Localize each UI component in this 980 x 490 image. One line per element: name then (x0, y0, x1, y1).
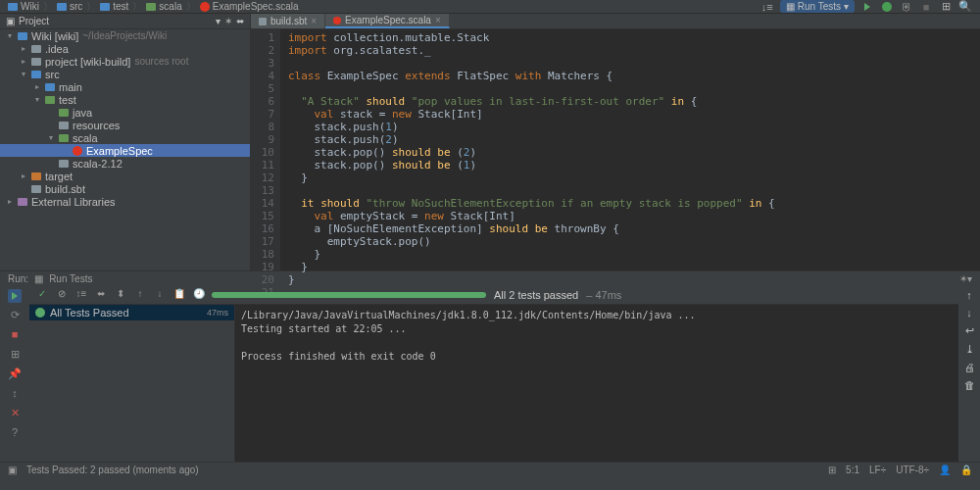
goto-icon[interactable]: ⊞ (828, 465, 836, 475)
toggle-auto-button[interactable]: ⟳ (8, 309, 22, 322)
status-message: Tests Passed: 2 passed (moments ago) (26, 465, 199, 475)
line-separator[interactable]: LF÷ (869, 465, 886, 475)
coverage-button[interactable]: ⛨ (900, 0, 913, 14)
close-icon[interactable]: × (311, 16, 317, 26)
tree-item[interactable]: ▾scala (0, 131, 250, 144)
sort-icon[interactable]: ↕≡ (74, 288, 88, 302)
run-side-toolbar: ⟳ ■ ⊞ 📌 ↕ ✕ ? (0, 285, 29, 462)
run-button[interactable] (860, 0, 874, 14)
run-config-selector[interactable]: ▦ Run Tests ▾ (780, 0, 855, 13)
help-button[interactable]: ? (8, 426, 22, 440)
close-icon[interactable]: × (435, 15, 441, 25)
test-tree[interactable]: All Tests Passed 47ms (29, 305, 235, 462)
lock-icon[interactable]: 🔒 (960, 465, 972, 475)
clear-icon[interactable]: 🗑 (964, 379, 975, 391)
test-time: 47ms (207, 308, 228, 318)
console-side-toolbar: ↑ ↓ ↩ ⤓ 🖨 🗑 (958, 285, 980, 462)
expand-button[interactable]: ↕ (8, 387, 22, 401)
file-encoding[interactable]: UTF-8÷ (896, 465, 929, 475)
breadcrumb-item[interactable]: src (57, 1, 82, 12)
export-icon[interactable]: 📋 (172, 288, 186, 302)
tree-item[interactable]: ▾test (0, 93, 250, 106)
tree-item[interactable]: ▾Wiki [wiki] ~/IdeaProjects/Wiki (0, 29, 250, 42)
debug-button[interactable] (880, 0, 894, 14)
ok-icon (35, 308, 45, 318)
print-icon[interactable]: 🖨 (964, 362, 975, 373)
gear-icon[interactable]: ✶ (224, 16, 232, 26)
project-tool-header[interactable]: ▣ Project ▾ ✶ ⬌ (0, 14, 251, 28)
tree-item[interactable]: ▸.idea (0, 42, 250, 55)
run-tab-label: Run Tests (49, 273, 92, 284)
history-icon[interactable]: 🕘 (192, 288, 206, 302)
wrap-icon[interactable]: ↩ (965, 324, 974, 337)
stop-button[interactable]: ■ (919, 0, 933, 14)
console-output[interactable]: /Library/Java/JavaVirtualMachines/jdk1.8… (235, 305, 958, 462)
test-result-row[interactable]: All Tests Passed 47ms (29, 305, 234, 320)
breadcrumb-item[interactable]: ExampleSpec.scala (200, 1, 299, 12)
rerun-button[interactable] (8, 289, 22, 303)
tree-item[interactable]: ▾src (0, 68, 250, 80)
prev-icon[interactable]: ↑ (133, 288, 147, 302)
code-area[interactable]: import collection.mutable.Stackimport or… (280, 29, 980, 270)
tree-item[interactable]: ExampleSpec (0, 144, 250, 157)
status-bar: ▣ Tests Passed: 2 passed (moments ago) ⊞… (0, 462, 980, 477)
tree-item[interactable]: java (0, 106, 250, 119)
navigation-bar: Wiki〉src〉test〉scala〉ExampleSpec.scala ↓≡… (0, 0, 980, 14)
test-result-label: All Tests Passed (50, 307, 129, 318)
run-config-label: Run Tests (798, 1, 841, 12)
collapse-all-icon[interactable]: ⬍ (114, 288, 127, 302)
scroll-icon[interactable]: ⤓ (965, 343, 974, 356)
vcs-icon[interactable]: ⊞ (939, 0, 953, 14)
tree-item[interactable]: ▸External Libraries (0, 195, 250, 208)
project-tree[interactable]: ▾Wiki [wiki] ~/IdeaProjects/Wiki▸.idea▸p… (0, 29, 251, 270)
editor-tab[interactable]: build.sbt× (251, 14, 325, 28)
project-icon: ▣ (6, 16, 15, 26)
run-config-icon: ▦ (786, 1, 795, 12)
breadcrumb-item[interactable]: Wiki (8, 1, 39, 12)
dump-button[interactable]: ⊞ (8, 348, 22, 362)
breadcrumb[interactable]: Wiki〉src〉test〉scala〉ExampleSpec.scala (8, 0, 299, 14)
breadcrumb-item[interactable]: test (100, 1, 128, 12)
tree-item[interactable]: ▸target (0, 170, 250, 182)
search-icon[interactable]: 🔍 (958, 0, 972, 14)
tree-item[interactable]: ▸main (0, 80, 250, 93)
project-label: Project (19, 16, 49, 26)
line-gutter: 123456789101112131415161718192021 (251, 29, 280, 270)
tab-bar: ▣ Project ▾ ✶ ⬌ build.sbt×ExampleSpec.sc… (0, 14, 980, 29)
tree-item[interactable]: resources (0, 119, 250, 131)
breadcrumb-item[interactable]: scala (146, 1, 181, 12)
editor-tab[interactable]: ExampleSpec.scala× (325, 14, 450, 28)
build-icon[interactable]: ↓≡ (760, 0, 774, 14)
run-label: Run: (8, 273, 28, 284)
tree-item[interactable]: scala-2.12 (0, 157, 250, 170)
tree-item[interactable]: build.sbt (0, 182, 250, 195)
pin-button[interactable]: 📌 (8, 368, 22, 381)
show-ignored-icon[interactable]: ⊘ (55, 288, 69, 302)
collapse-icon[interactable]: ⬌ (236, 16, 244, 26)
stop-button[interactable]: ■ (8, 328, 22, 342)
chevron-down-icon: ▾ (844, 1, 849, 12)
show-passed-icon[interactable]: ✓ (35, 288, 49, 302)
expand-all-icon[interactable]: ⬌ (94, 288, 108, 302)
tree-item[interactable]: ▸project [wiki-build] sources root (0, 55, 250, 68)
chevron-down-icon[interactable]: ▾ (216, 16, 220, 26)
inspect-icon[interactable]: 👤 (939, 465, 951, 475)
run-tool-window: Run: ▦ Run Tests ✶▾ ⟳ ■ ⊞ 📌 ↕ ✕ ? ✓ ⊘ ↕≡… (0, 270, 980, 462)
next-icon[interactable]: ↓ (153, 288, 167, 302)
down-icon[interactable]: ↓ (966, 307, 972, 318)
editor-tabs: build.sbt×ExampleSpec.scala× (251, 14, 450, 28)
close-button[interactable]: ✕ (8, 407, 22, 420)
code-editor[interactable]: 123456789101112131415161718192021 import… (251, 29, 980, 270)
run-config-icon: ▦ (34, 273, 43, 284)
cursor-position[interactable]: 5:1 (846, 465, 859, 475)
tool-windows-icon[interactable]: ▣ (8, 465, 17, 475)
